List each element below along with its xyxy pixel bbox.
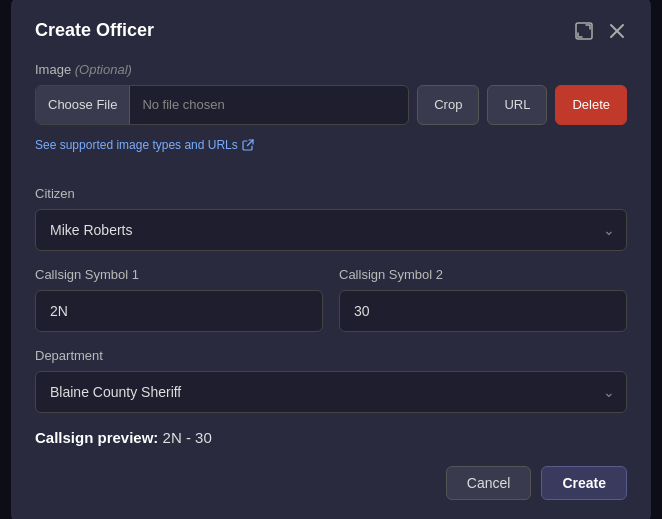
department-section: Department Blaine County Sheriff ⌄ — [35, 348, 627, 413]
url-button[interactable]: URL — [487, 85, 547, 125]
close-icon — [609, 23, 625, 39]
image-label: Image (Optional) — [35, 62, 627, 77]
callsign-row: Callsign Symbol 1 Callsign Symbol 2 — [35, 267, 627, 332]
choose-file-button[interactable]: Choose File — [36, 86, 130, 124]
department-select-wrapper: Blaine County Sheriff ⌄ — [35, 371, 627, 413]
citizen-select-wrapper: Mike Roberts ⌄ — [35, 209, 627, 251]
file-input-wrapper: Choose File No file chosen — [35, 85, 409, 125]
callsign-symbol2-label: Callsign Symbol 2 — [339, 267, 627, 282]
image-section: Image (Optional) Choose File No file cho… — [35, 62, 627, 170]
callsign-symbol1-input[interactable] — [35, 290, 323, 332]
close-button[interactable] — [607, 21, 627, 41]
citizen-select[interactable]: Mike Roberts — [35, 209, 627, 251]
delete-button[interactable]: Delete — [555, 85, 627, 125]
callsign-symbol2-input[interactable] — [339, 290, 627, 332]
citizen-section: Citizen Mike Roberts ⌄ — [35, 186, 627, 251]
svg-line-3 — [247, 140, 253, 146]
callsign-symbol1-col: Callsign Symbol 1 — [35, 267, 323, 332]
modal-header: Create Officer — [35, 20, 627, 42]
external-link-icon — [242, 139, 254, 151]
expand-button[interactable] — [573, 20, 595, 42]
callsign-symbol1-label: Callsign Symbol 1 — [35, 267, 323, 282]
citizen-label: Citizen — [35, 186, 627, 201]
crop-button[interactable]: Crop — [417, 85, 479, 125]
callsign-symbol2-col: Callsign Symbol 2 — [339, 267, 627, 332]
create-officer-modal: Create Officer — [11, 0, 651, 519]
header-icons — [573, 20, 627, 42]
modal-title: Create Officer — [35, 20, 154, 41]
image-row: Choose File No file chosen Crop URL Dele… — [35, 85, 627, 125]
modal-footer: Cancel Create — [35, 466, 627, 500]
support-link[interactable]: See supported image types and URLs — [35, 138, 254, 152]
callsign-preview-value: 2N - 30 — [163, 429, 212, 446]
department-select[interactable]: Blaine County Sheriff — [35, 371, 627, 413]
department-label: Department — [35, 348, 627, 363]
no-file-text: No file chosen — [130, 97, 236, 112]
cancel-button[interactable]: Cancel — [446, 466, 532, 500]
callsign-preview: Callsign preview: 2N - 30 — [35, 429, 627, 446]
create-button[interactable]: Create — [541, 466, 627, 500]
expand-icon — [575, 22, 593, 40]
